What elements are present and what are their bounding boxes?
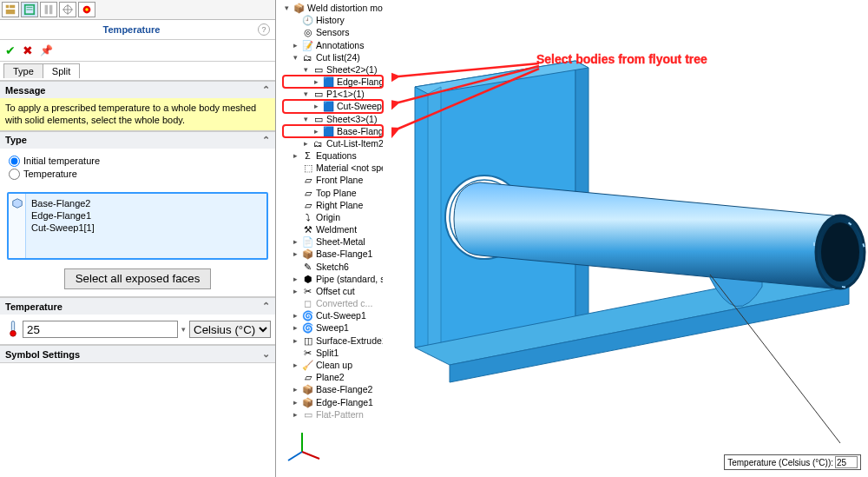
tab-property-manager-icon[interactable] [21,2,38,17]
annotation-text: Select bodies from flyout tree [536,52,707,66]
tree-cleanup[interactable]: ▸🧹Clean up [283,359,383,371]
tree-right-plane[interactable]: ▱Right Plane [283,199,383,211]
tree-annotations[interactable]: ▸📝Annotations [283,39,383,51]
chevron-down-icon: ⌄ [262,348,270,360]
svg-point-14 [10,331,16,337]
tree-cutlist[interactable]: ▾🗂Cut list(24) [283,51,383,63]
callout-value-input[interactable] [835,456,858,468]
flyout-feature-tree[interactable]: ▾📦Weld distortion model (pi... 🕘History … [283,2,383,421]
tree-sheetmetal[interactable]: ▸📄Sheet-Metal [283,235,383,248]
list-item[interactable]: Edge-Flange1 [31,209,261,222]
body-selection-list[interactable]: Base-Flange2 Edge-Flange1 Cut-Sweep1[1] [26,194,266,259]
tree-offset-cut[interactable]: ▸✂Offset cut [283,285,383,297]
tree-sensors[interactable]: ◎Sensors [283,26,383,38]
help-icon[interactable]: ? [258,23,270,36]
select-all-exposed-faces-button[interactable]: Select all exposed faces [64,268,212,289]
chevron-up-icon: ⌃ [262,84,270,96]
thermometer-icon [7,320,19,339]
cancel-button[interactable]: ✖ [23,43,33,57]
svg-rect-0 [6,5,10,9]
type-section: Type ⌃ Initial temperature Temperature B… [0,131,275,298]
tab-strip [0,0,275,20]
tree-flat-pattern[interactable]: ▸▭Flat-Pattern [283,408,383,421]
message-header[interactable]: Message ⌃ [0,82,275,98]
temperature-value-input[interactable] [23,321,178,338]
radio-initial-temperature[interactable]: Initial temperature [9,156,266,167]
pushpin-icon[interactable]: 📌 [40,44,53,56]
graphics-viewport[interactable]: ▾📦Weld distortion model (pi... 🕘History … [276,0,868,477]
tab-dimxpert-icon[interactable] [59,2,76,17]
svg-rect-6 [45,5,49,15]
tree-p1[interactable]: ▾▭P1<1>(1) [283,88,383,100]
svg-point-18 [821,222,859,282]
tree-baseflange2b[interactable]: ▸📦Base-Flange2 [283,383,383,395]
temperature-callout[interactable]: Temperature (Celsius (°C)): [724,454,861,470]
tree-root[interactable]: ▾📦Weld distortion model (pi... [283,2,383,14]
ok-cancel-row: ✔ ✖ 📌 [0,40,275,62]
tree-cut-sweep1[interactable]: ▸🟦Cut-Sweep1[... [283,100,383,112]
svg-rect-1 [10,5,15,9]
svg-line-22 [302,452,319,459]
radio-initial-temperature-input[interactable] [9,156,20,167]
message-section: Message ⌃ To apply a prescribed temperat… [0,81,275,131]
tree-cutsweep1b[interactable]: ▸🌀Cut-Sweep1 [283,309,383,321]
svg-line-23 [288,452,302,460]
type-header-label: Type [5,135,27,145]
temperature-header-label: Temperature [5,301,62,312]
svg-rect-7 [49,5,53,15]
message-header-label: Message [5,85,45,96]
list-item[interactable]: Cut-Sweep1[1] [31,222,261,234]
tree-equations[interactable]: ▸ΣEquations [283,149,383,162]
tree-pipe[interactable]: ▸⬢Pipe (standard, s40) P... [283,273,383,285]
tab-config-manager-icon[interactable] [40,2,57,17]
radio-temperature[interactable]: Temperature [9,169,266,180]
symbol-settings-section: Symbol Settings ⌄ [0,345,275,363]
tree-cut-list-item2[interactable]: ▸🗂Cut-List-Item2(21) [283,137,383,149]
body-selection-box[interactable]: Base-Flange2 Edge-Flange1 Cut-Sweep1[1] [7,192,268,261]
tree-top-plane[interactable]: ▱Top Plane [283,187,383,199]
type-header[interactable]: Type ⌃ [0,132,275,149]
tree-edge-flange1[interactable]: ▸🟦Edge-Flange1 [283,76,383,88]
panel-title: Temperature [5,24,258,35]
tree-sheet2[interactable]: ▾▭Sheet<2>(1) [283,63,383,76]
temperature-unit-select[interactable]: Celsius (°C) [189,321,271,338]
tree-converted[interactable]: ◻Converted c... [283,297,383,309]
tree-origin[interactable]: ⤵Origin [283,211,383,223]
body-icon [9,194,26,259]
temperature-header[interactable]: Temperature ⌃ [0,298,275,315]
ok-button[interactable]: ✔ [5,43,16,57]
list-item[interactable]: Base-Flange2 [31,197,261,209]
symbol-settings-label: Symbol Settings [5,349,80,360]
radio-initial-temperature-label: Initial temperature [23,156,100,166]
tab-display-manager-icon[interactable] [78,2,95,17]
tree-surface-extrude1[interactable]: ▸◫Surface-Extrude1 [283,335,383,347]
callout-label: Temperature (Celsius (°C)): [727,458,833,467]
svg-point-12 [85,8,89,11]
chevron-up-icon: ⌃ [262,135,270,146]
tree-weldment[interactable]: ⚒Weldment [283,223,383,235]
tree-plane2[interactable]: ▱Plane2 [283,371,383,383]
radio-temperature-label: Temperature [23,169,77,179]
chevron-up-icon: ⌃ [262,301,270,312]
property-manager-panel: Temperature ? ✔ ✖ 📌 Type Split Message ⌃… [0,0,276,477]
radio-temperature-input[interactable] [9,169,20,180]
tree-material[interactable]: ⬚Material <not specifi... [283,162,383,174]
tree-sheet3[interactable]: ▾▭Sheet<3>(1) [283,113,383,125]
svg-rect-2 [6,10,16,14]
symbol-settings-header[interactable]: Symbol Settings ⌄ [0,346,275,362]
tab-feature-tree-icon[interactable] [2,2,19,17]
tab-split[interactable]: Split [43,63,80,78]
tree-history[interactable]: 🕘History [283,14,383,26]
svg-rect-13 [11,321,14,332]
temperature-section: Temperature ⌃ ▾ Celsius (°C) [0,297,275,345]
panel-title-row: Temperature ? [0,20,275,40]
tab-type[interactable]: Type [3,63,43,78]
tree-front-plane[interactable]: ▱Front Plane [283,174,383,186]
tree-sweep1[interactable]: ▸🌀Sweep1 [283,321,383,334]
tree-sketch6[interactable]: ✎Sketch6 [283,261,383,273]
tree-split1[interactable]: ✂Split1 [283,347,383,359]
tree-baseflange1[interactable]: ▸📦Base-Flange1 [283,248,383,260]
tree-base-flange2[interactable]: ▸🟦Base-Flange2 [283,125,383,137]
tree-edgeflange1b[interactable]: ▸📦Edge-Flange1 [283,396,383,408]
message-text: To apply a prescribed temperature to a w… [0,98,275,130]
